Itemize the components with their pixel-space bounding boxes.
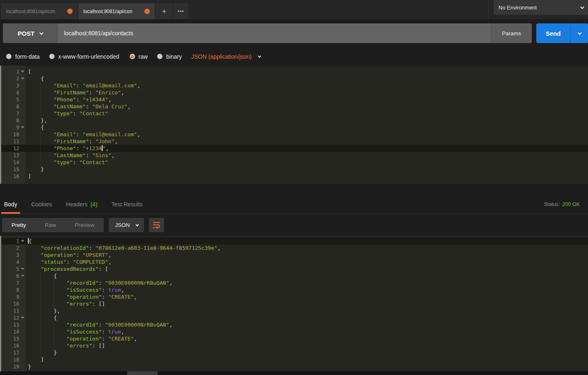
view-raw-button[interactable]: Raw bbox=[35, 218, 65, 232]
code-line[interactable]: 9 "operation": "CREATE", bbox=[0, 293, 588, 300]
code-content: } bbox=[25, 363, 588, 370]
code-line[interactable]: 7 "recordId": "0030E00000NrRBuQAN", bbox=[0, 279, 588, 286]
response-format-select[interactable]: JSON bbox=[109, 218, 144, 232]
code-line[interactable]: 13 "LastName": "Sins", bbox=[0, 152, 588, 159]
fold-slot bbox=[19, 110, 25, 117]
code-content: "Phone": "+14344", bbox=[25, 96, 588, 103]
fold-arrow-icon[interactable] bbox=[19, 272, 25, 279]
fold-arrow-icon[interactable] bbox=[19, 75, 25, 82]
mode-form-data[interactable]: form-data bbox=[6, 53, 40, 60]
line-gutter: 11 bbox=[0, 307, 25, 314]
mode-raw[interactable]: raw bbox=[130, 53, 148, 60]
fold-arrow-icon[interactable] bbox=[19, 68, 25, 75]
line-number: 7 bbox=[16, 279, 19, 286]
code-line[interactable]: 14 "type": "Contact" bbox=[0, 159, 588, 166]
chevron-down-icon bbox=[578, 31, 582, 35]
tab-label: localhost:8081/api/con bbox=[6, 9, 67, 14]
view-mode-group: Pretty Raw Preview bbox=[2, 218, 104, 232]
code-line[interactable]: 6 "LastName": "Dela Cruz", bbox=[0, 103, 588, 110]
code-line[interactable]: 15 "operation": "CREATE", bbox=[0, 335, 588, 342]
response-tab-headers[interactable]: Headers (4) bbox=[66, 194, 98, 214]
code-line[interactable]: 1{ bbox=[0, 238, 588, 245]
code-line[interactable]: 13 "recordId": "0030E00000NrRBvQAN", bbox=[0, 321, 588, 328]
code-line[interactable]: 15 } bbox=[0, 166, 588, 173]
response-body-editor[interactable]: 1{2 "correlationId": "078612e0-a603-11e8… bbox=[0, 236, 588, 371]
code-line[interactable]: 3 "operation": "UPSERT", bbox=[0, 252, 588, 258]
code-line[interactable]: 4 "FirstName": "Enrico", bbox=[0, 89, 588, 96]
code-line[interactable]: 4 "status": "COMPLETED", bbox=[0, 258, 588, 265]
fold-arrow-icon[interactable] bbox=[19, 124, 25, 131]
send-options-button[interactable] bbox=[570, 23, 588, 43]
fold-slot bbox=[19, 356, 25, 363]
code-line[interactable]: 11 }, bbox=[0, 307, 588, 314]
response-view-row: Pretty Raw Preview JSON bbox=[0, 214, 588, 236]
method-select[interactable]: POST bbox=[3, 23, 57, 43]
code-line[interactable]: 10 "Email": "email@email.com", bbox=[0, 131, 588, 138]
code-line[interactable]: 16 "errors": [] bbox=[0, 342, 588, 349]
fold-arrow-icon[interactable] bbox=[19, 314, 25, 321]
code-content: { bbox=[25, 124, 588, 131]
horizontal-scrollbar[interactable] bbox=[0, 371, 588, 375]
new-tab-button[interactable]: + bbox=[156, 3, 173, 19]
code-line[interactable]: 1[ bbox=[0, 68, 588, 75]
word-wrap-button[interactable] bbox=[149, 218, 164, 232]
content-type-select[interactable]: JSON (application/json) bbox=[191, 53, 260, 60]
line-number: 12 bbox=[13, 145, 19, 152]
response-tab-test-results[interactable]: Test Results bbox=[112, 194, 143, 214]
response-tabs-row: Body Cookies Headers (4) Test Results St… bbox=[0, 184, 588, 214]
line-gutter: 8 bbox=[0, 286, 25, 293]
code-line[interactable]: 10 "errors": [] bbox=[0, 300, 588, 307]
code-line[interactable]: 2 { bbox=[0, 75, 588, 82]
send-button[interactable]: Send bbox=[536, 23, 570, 43]
fold-arrow-icon[interactable] bbox=[19, 265, 25, 272]
line-gutter: 10 bbox=[0, 300, 25, 307]
code-line[interactable]: 19} bbox=[0, 363, 588, 370]
request-tab-1[interactable]: localhost:8081/api/con bbox=[1, 3, 78, 19]
code-line[interactable]: 17 } bbox=[0, 349, 588, 356]
line-gutter: 4 bbox=[0, 258, 25, 265]
fold-slot bbox=[19, 131, 25, 138]
url-input[interactable]: localhost:8081/api/contacts bbox=[57, 23, 491, 43]
fold-slot bbox=[19, 286, 25, 293]
params-button[interactable]: Params bbox=[491, 23, 532, 43]
content-type-label: JSON (application/json) bbox=[191, 53, 252, 60]
code-line[interactable]: 3 "Email": "email@email.com", bbox=[0, 82, 588, 89]
word-wrap-icon bbox=[153, 222, 160, 229]
response-tab-body[interactable]: Body bbox=[4, 194, 17, 214]
code-content: { bbox=[25, 238, 588, 245]
code-line[interactable]: 6 { bbox=[0, 272, 588, 279]
fold-slot bbox=[19, 89, 25, 96]
line-gutter: 9 bbox=[0, 293, 25, 300]
fold-arrow-icon[interactable] bbox=[19, 238, 25, 245]
scrollbar-thumb[interactable] bbox=[127, 371, 158, 375]
tab-options-button[interactable]: ••• bbox=[174, 3, 188, 19]
code-content: "Email": "email@email.com", bbox=[25, 131, 588, 138]
mode-x-www-form-urlencoded[interactable]: x-www-form-urlencoded bbox=[49, 53, 119, 60]
code-line[interactable]: 12 { bbox=[0, 314, 588, 321]
environment-select[interactable]: No Environment bbox=[494, 0, 588, 15]
code-content: "recordId": "0030E00000NrRBvQAN", bbox=[25, 321, 588, 328]
code-line[interactable]: 16] bbox=[0, 173, 588, 180]
code-line[interactable]: 12 "Phone": "+1234", bbox=[0, 145, 588, 152]
request-body-editor[interactable]: 1[2 {3 "Email": "email@email.com",4 "Fir… bbox=[0, 66, 588, 184]
code-line[interactable]: 5 "processedRecords": [ bbox=[0, 265, 588, 272]
line-number: 1 bbox=[16, 68, 19, 75]
code-line[interactable]: 18 ] bbox=[0, 356, 588, 363]
mode-binary[interactable]: binary bbox=[157, 53, 182, 60]
code-line[interactable]: 11 "FirstName": "John", bbox=[0, 138, 588, 145]
code-line[interactable]: 5 "Phone": "+14344", bbox=[0, 96, 588, 103]
line-number: 18 bbox=[13, 356, 19, 363]
code-line[interactable]: 9 { bbox=[0, 124, 588, 131]
code-line[interactable]: 2 "correlationId": "078612e0-a603-11e8-9… bbox=[0, 245, 588, 252]
code-line[interactable]: 8 }, bbox=[0, 117, 588, 124]
line-gutter: 14 bbox=[0, 328, 25, 335]
view-preview-button[interactable]: Preview bbox=[65, 218, 104, 232]
code-line[interactable]: 7 "type": "Contact" bbox=[0, 110, 588, 117]
response-tab-cookies[interactable]: Cookies bbox=[31, 194, 52, 214]
code-content: { bbox=[25, 75, 588, 82]
code-line[interactable]: 14 "isSuccess": true, bbox=[0, 328, 588, 335]
code-line[interactable]: 8 "isSuccess": true, bbox=[0, 286, 588, 293]
request-tab-2[interactable]: localhost:8081/api/con bbox=[78, 3, 155, 19]
view-pretty-button[interactable]: Pretty bbox=[2, 218, 35, 232]
fold-slot bbox=[19, 363, 25, 370]
